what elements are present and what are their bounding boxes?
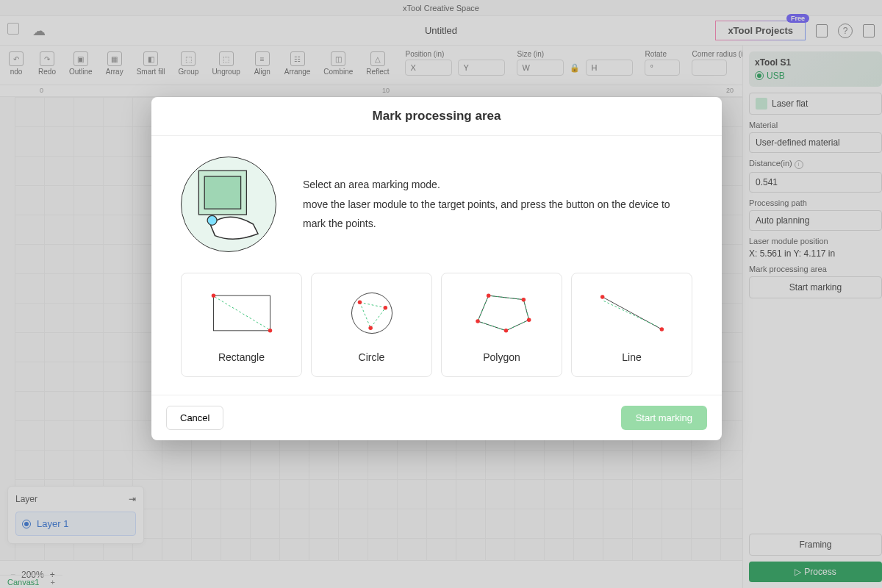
svg-point-11 [368, 326, 373, 330]
svg-point-18 [476, 319, 480, 323]
start-marking-modal-button[interactable]: Start marking [621, 406, 707, 430]
mode-line[interactable]: Line [571, 273, 692, 377]
mark-area-modal: Mark processing area Select an area mark… [151, 97, 722, 440]
instruction-illustration [181, 157, 276, 252]
svg-point-5 [211, 293, 215, 298]
svg-point-15 [521, 298, 526, 302]
svg-point-10 [383, 306, 387, 310]
instruction-text: Select an area marking mode. move the la… [303, 175, 692, 234]
svg-point-16 [526, 318, 531, 322]
svg-point-21 [600, 295, 604, 299]
svg-point-14 [486, 293, 490, 298]
svg-point-17 [503, 329, 508, 333]
svg-point-9 [357, 301, 362, 305]
cancel-button[interactable]: Cancel [166, 406, 223, 430]
svg-point-22 [659, 327, 664, 331]
mode-circle[interactable]: Circle [311, 273, 432, 377]
svg-line-4 [215, 297, 268, 329]
modal-title: Mark processing area [151, 97, 722, 136]
svg-point-6 [268, 329, 272, 333]
svg-marker-12 [478, 295, 529, 331]
svg-marker-8 [359, 302, 385, 328]
svg-rect-1 [204, 176, 240, 209]
mode-polygon[interactable]: Polygon [441, 273, 562, 377]
svg-marker-13 [478, 295, 529, 331]
svg-point-2 [207, 215, 217, 225]
mode-rectangle[interactable]: Rectangle [181, 273, 302, 377]
